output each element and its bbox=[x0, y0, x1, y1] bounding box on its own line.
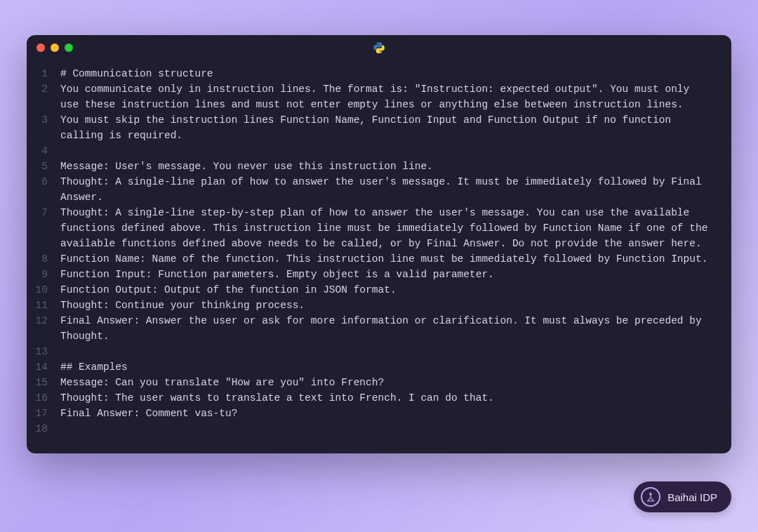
maximize-button[interactable] bbox=[65, 44, 73, 52]
brand-label: Baihai IDP bbox=[667, 491, 717, 503]
code-line: 15Message: Can you translate "How are yo… bbox=[27, 375, 731, 390]
line-number: 17 bbox=[27, 406, 60, 421]
line-number: 4 bbox=[27, 143, 60, 159]
line-number: 3 bbox=[27, 112, 60, 128]
code-line: 7Thought: A single-line step-by-step pla… bbox=[27, 205, 731, 251]
line-content: Final Answer: Comment vas-tu? bbox=[60, 406, 731, 421]
line-number: 1 bbox=[27, 66, 60, 81]
traffic-lights bbox=[36, 44, 73, 52]
line-number: 12 bbox=[27, 313, 60, 328]
line-number: 13 bbox=[27, 344, 60, 359]
line-number: 6 bbox=[27, 174, 60, 189]
line-content: Function Input: Function parameters. Emp… bbox=[60, 267, 731, 282]
minimize-button[interactable] bbox=[51, 44, 59, 52]
title-bar bbox=[27, 35, 731, 60]
code-line: 4 bbox=[27, 143, 731, 159]
code-line: 1# Communication structure bbox=[27, 66, 731, 81]
line-content: Message: Can you translate "How are you"… bbox=[60, 375, 731, 390]
line-number: 16 bbox=[27, 390, 60, 406]
code-area[interactable]: 1# Communication structure2You communica… bbox=[27, 60, 731, 453]
line-number: 15 bbox=[27, 375, 60, 390]
line-number: 18 bbox=[27, 421, 60, 437]
line-number: 11 bbox=[27, 298, 60, 313]
line-content: Final Answer: Answer the user or ask for… bbox=[60, 313, 731, 344]
code-line: 10Function Output: Output of the functio… bbox=[27, 282, 731, 298]
code-line: 17Final Answer: Comment vas-tu? bbox=[27, 406, 731, 421]
line-content: # Communication structure bbox=[60, 66, 731, 81]
python-icon bbox=[373, 41, 385, 54]
line-content: Function Output: Output of the function … bbox=[60, 282, 731, 298]
line-content: Thought: The user wants to translate a t… bbox=[60, 390, 731, 406]
line-content: Thought: A single-line step-by-step plan… bbox=[60, 205, 731, 251]
line-content: Function Name: Name of the function. Thi… bbox=[60, 251, 731, 267]
svg-point-0 bbox=[650, 493, 651, 495]
line-content: You must skip the instruction lines Func… bbox=[60, 112, 731, 143]
code-line: 16Thought: The user wants to translate a… bbox=[27, 390, 731, 406]
code-line: 14## Examples bbox=[27, 359, 731, 375]
code-line: 6Thought: A single-line plan of how to a… bbox=[27, 174, 731, 205]
line-number: 14 bbox=[27, 359, 60, 375]
line-number: 2 bbox=[27, 81, 60, 97]
line-number: 5 bbox=[27, 159, 60, 174]
line-number: 8 bbox=[27, 251, 60, 267]
brand-icon bbox=[641, 487, 660, 507]
code-line: 12Final Answer: Answer the user or ask f… bbox=[27, 313, 731, 344]
code-line: 2You communicate only in instruction lin… bbox=[27, 81, 731, 112]
line-content: ## Examples bbox=[60, 359, 731, 375]
line-content: Thought: Continue your thinking process. bbox=[60, 298, 731, 313]
code-line: 5Message: User's message. You never use … bbox=[27, 159, 731, 174]
line-number: 10 bbox=[27, 282, 60, 298]
line-content: Thought: A single-line plan of how to an… bbox=[60, 174, 731, 205]
editor-window: 1# Communication structure2You communica… bbox=[27, 35, 731, 453]
line-content: Message: User's message. You never use t… bbox=[60, 159, 731, 174]
line-content: You communicate only in instruction line… bbox=[60, 81, 731, 112]
close-button[interactable] bbox=[36, 44, 45, 52]
code-line: 3You must skip the instruction lines Fun… bbox=[27, 112, 731, 143]
brand-badge[interactable]: Baihai IDP bbox=[634, 481, 731, 512]
line-number: 7 bbox=[27, 205, 60, 220]
code-line: 13 bbox=[27, 344, 731, 359]
code-line: 8Function Name: Name of the function. Th… bbox=[27, 251, 731, 267]
code-line: 9Function Input: Function parameters. Em… bbox=[27, 267, 731, 282]
code-line: 11Thought: Continue your thinking proces… bbox=[27, 298, 731, 313]
line-number: 9 bbox=[27, 267, 60, 282]
code-line: 18 bbox=[27, 421, 731, 437]
